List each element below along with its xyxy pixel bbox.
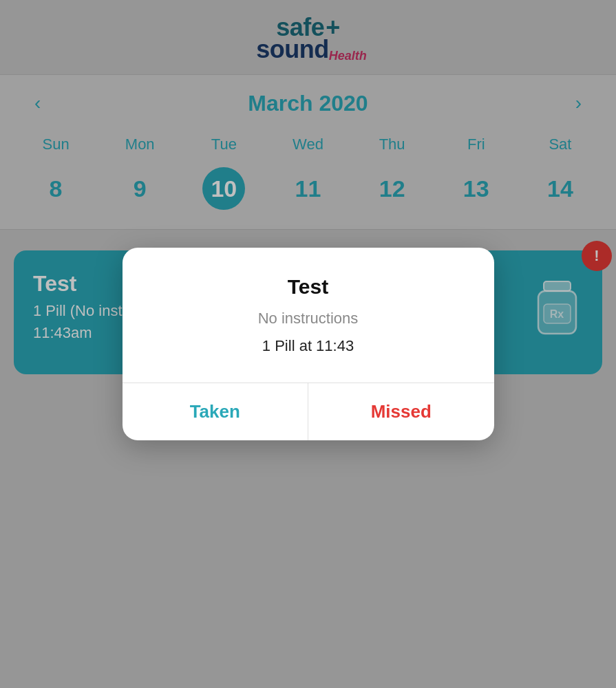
modal-title: Test — [150, 275, 467, 299]
taken-button[interactable]: Taken — [123, 383, 309, 440]
medication-detail-modal: Test No instructions 1 Pill at 11:43 Tak… — [123, 248, 494, 440]
missed-button[interactable]: Missed — [308, 383, 494, 440]
modal-content: Test No instructions 1 Pill at 11:43 — [123, 248, 494, 383]
modal-instructions: No instructions — [150, 310, 467, 327]
modal-dosage: 1 Pill at 11:43 — [150, 337, 467, 355]
modal-actions: Taken Missed — [123, 383, 494, 440]
modal-overlay[interactable]: Test No instructions 1 Pill at 11:43 Tak… — [0, 0, 616, 688]
